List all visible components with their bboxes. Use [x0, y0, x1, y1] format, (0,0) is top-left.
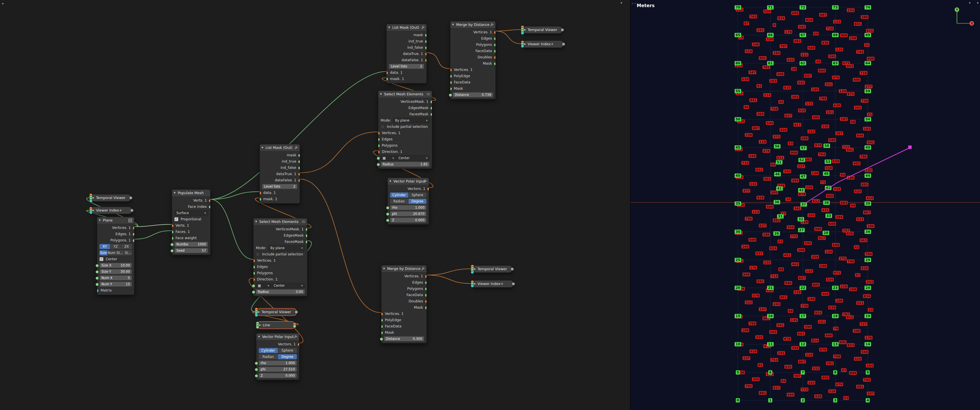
collapse-arrow-icon[interactable]: ▼ — [255, 218, 257, 225]
segment-cylinder[interactable]: Cylinder — [390, 192, 409, 198]
expand-arrow-icon[interactable]: ▶ — [258, 308, 260, 315]
input-socket[interactable] — [382, 319, 383, 322]
input-socket[interactable] — [378, 132, 380, 135]
input-socket[interactable] — [95, 264, 99, 267]
number-slider-level-lists[interactable]: Level lists2 — [389, 64, 424, 69]
output-socket[interactable] — [425, 275, 426, 278]
node-vector-polar-input-top[interactable]: ▼Vector Polar InputVectors. 1CylinderSph… — [387, 178, 429, 225]
input-socket[interactable] — [521, 44, 524, 48]
input-socket[interactable] — [95, 283, 99, 286]
output-socket[interactable] — [305, 240, 307, 244]
output-socket[interactable] — [298, 166, 300, 170]
input-socket[interactable] — [377, 163, 380, 166]
segment-sphere[interactable]: Sphere — [278, 348, 297, 353]
input-socket[interactable] — [89, 211, 92, 214]
number-slider-distance[interactable]: Distance0.739 — [453, 92, 493, 97]
number-slider-num-y[interactable]: Num Y15 — [99, 281, 132, 287]
input-socket[interactable] — [450, 81, 452, 84]
dropdown-surface[interactable]: Surface▾ — [174, 210, 208, 216]
output-socket[interactable] — [425, 306, 426, 310]
number-slider-seed[interactable]: Seed57 — [174, 248, 208, 253]
center-dropdown[interactable]: Center▾ — [272, 283, 305, 288]
output-socket[interactable] — [298, 179, 300, 182]
node-header[interactable]: ▼Populate Mesh — [172, 190, 210, 197]
input-socket[interactable] — [386, 212, 390, 216]
output-socket[interactable] — [430, 113, 432, 116]
input-socket[interactable] — [89, 199, 92, 203]
expand-arrow-icon[interactable]: ▶ — [92, 194, 94, 201]
input-socket[interactable] — [387, 78, 388, 81]
output-socket[interactable] — [293, 324, 296, 328]
segment-degree[interactable]: Degree — [409, 199, 427, 204]
node-temporal-viewer-bottom-right[interactable]: ▶Temporal Viewer — [472, 265, 512, 273]
input-socket[interactable] — [387, 71, 388, 75]
mode-dropdown[interactable]: By plane▾ — [268, 245, 305, 251]
node-header[interactable]: ▼List Mask (Out) — [387, 24, 426, 31]
output-socket[interactable] — [512, 282, 515, 286]
node-viewer-index-top[interactable]: ▶Viewer Index+ — [522, 40, 564, 48]
output-socket[interactable] — [511, 267, 514, 271]
input-socket[interactable] — [253, 278, 255, 281]
input-socket[interactable] — [382, 331, 383, 335]
collapse-arrow-icon[interactable]: ▼ — [380, 91, 382, 98]
node-merge-by-distance-top[interactable]: ▼Merge by DistanceVertices. 1EdgesPolygo… — [450, 21, 496, 99]
checkbox-include-partial-selection[interactable] — [256, 252, 260, 256]
number-slider-radius[interactable]: Radius3.00 — [256, 289, 305, 294]
node-temporal-viewer-top[interactable]: ▶Temporal Viewer — [522, 26, 563, 33]
output-socket[interactable] — [494, 56, 495, 59]
output-socket[interactable] — [425, 287, 426, 291]
segment-size[interactable]: Size — [99, 250, 108, 256]
panel-right-chevron-icon[interactable]: › — [635, 2, 636, 5]
collapse-arrow-icon[interactable]: ▼ — [452, 21, 454, 28]
input-socket[interactable] — [253, 265, 255, 269]
viewport-sidebar-chevron-icon[interactable]: ▾ — [977, 1, 978, 5]
number-slider-level-lists[interactable]: Level lists2 — [262, 184, 298, 189]
expand-arrow-icon[interactable]: ▶ — [474, 265, 476, 272]
input-socket[interactable] — [471, 270, 474, 274]
output-socket[interactable] — [494, 62, 495, 65]
input-socket[interactable] — [450, 75, 452, 78]
expand-arrow-icon[interactable]: ▶ — [259, 322, 261, 328]
segment-sphere[interactable]: Sphere — [409, 192, 427, 198]
segment-st[interactable]: St... — [116, 250, 124, 256]
node-select-mesh-elements-top[interactable]: ▼Select Mesh ElementsVerticesMask. 1Edge… — [378, 91, 432, 169]
axis-mini-dropdown[interactable]: ▦▾ — [380, 156, 396, 161]
collapse-arrow-icon[interactable]: ▼ — [258, 334, 260, 340]
output-socket[interactable] — [425, 46, 426, 49]
output-socket[interactable] — [494, 37, 495, 40]
segment-radian[interactable]: Radian — [259, 354, 278, 359]
output-socket[interactable] — [129, 196, 132, 200]
input-socket[interactable] — [256, 326, 259, 329]
node-plane[interactable]: ▼PlaneVertices. 1Edges. 1Polygons. 1XYYZ… — [97, 217, 134, 295]
output-socket[interactable] — [494, 49, 495, 53]
output-socket[interactable] — [425, 300, 426, 303]
number-slider-phi[interactable]: phi27.510 — [259, 367, 297, 372]
node-vector-polar-input-bottom[interactable]: ▼Vector Polar InputVectors. 1CylinderSph… — [256, 333, 299, 380]
node-list-mask-out-mid[interactable]: ▼List Mask (Out)maskind_trueind_falsedat… — [259, 144, 300, 203]
input-socket[interactable] — [378, 150, 380, 154]
input-socket[interactable] — [170, 243, 174, 246]
segment-num[interactable]: Num — [108, 250, 116, 256]
number-slider-z[interactable]: Z0.000 — [390, 218, 426, 222]
node-header[interactable]: ▼Select Mesh Elements — [253, 218, 307, 226]
input-socket[interactable] — [172, 237, 174, 240]
input-socket[interactable] — [252, 291, 255, 294]
input-socket[interactable] — [97, 289, 99, 292]
input-socket[interactable] — [449, 94, 452, 97]
input-socket[interactable] — [260, 198, 261, 201]
number-slider-size-x[interactable]: Size X10.00 — [99, 263, 132, 268]
output-socket[interactable] — [130, 209, 134, 212]
input-socket[interactable] — [255, 313, 258, 317]
output-socket[interactable] — [425, 294, 426, 297]
node-header[interactable]: ▼Vector Polar Input — [388, 178, 429, 185]
input-socket[interactable] — [172, 230, 174, 234]
output-socket[interactable] — [305, 234, 307, 237]
expand-arrow-icon[interactable]: ▶ — [474, 280, 476, 287]
input-socket[interactable] — [521, 31, 524, 35]
segment-degree[interactable]: Degree — [278, 354, 297, 359]
expand-arrow-icon[interactable]: ▶ — [92, 207, 94, 213]
node-temporal-viewer-bottom[interactable]: ▶Temporal Viewer — [256, 308, 297, 316]
node-select-mesh-elements-mid[interactable]: ▼Select Mesh ElementsVerticesMask. 1Edge… — [253, 218, 307, 296]
input-socket[interactable] — [450, 87, 452, 91]
segment-yz[interactable]: YZ — [110, 244, 121, 249]
